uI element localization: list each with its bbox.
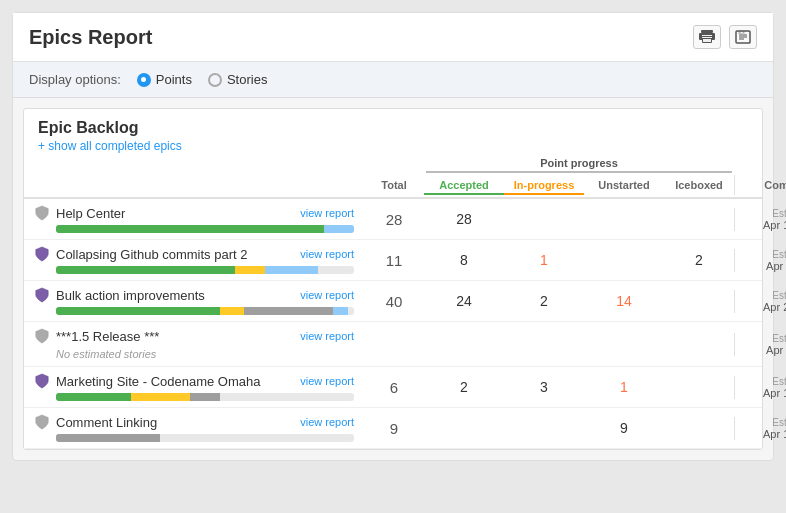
cell-accepted: 8 [424, 252, 504, 268]
page-title: Epics Report [29, 26, 152, 49]
col-total: Total [364, 175, 424, 195]
cell-in-progress: 2 [504, 293, 584, 309]
shield-purple-icon [34, 373, 50, 389]
epic-name: Comment Linking [56, 415, 157, 430]
completion-estimated-label: Estimated [739, 208, 786, 219]
main-section: Epic Backlog + show all completed epics … [23, 108, 763, 450]
svg-rect-0 [701, 30, 713, 33]
cell-iceboxed: 2 [664, 252, 734, 268]
epic-info-cell: Help Centerview report [24, 205, 364, 233]
epic-name: Bulk action improvements [56, 288, 205, 303]
progress-bar-segment [131, 393, 191, 401]
cell-in-progress: 1 [504, 252, 584, 268]
epic-name: ***1.5 Release *** [56, 329, 159, 344]
header-actions: XLS [693, 25, 757, 49]
completion-date: Apr 12, 2016 [739, 428, 786, 440]
svg-rect-5 [703, 39, 711, 42]
cell-unstarted: 14 [584, 293, 664, 309]
cell-unstarted: 9 [584, 420, 664, 436]
epic-rows: Help Centerview report2828EstimatedApr 1… [24, 199, 762, 449]
epic-info-cell: Marketing Site - Codename Omahaview repo… [24, 373, 364, 401]
epics-table: Point progress Total Accepted In-progres… [24, 153, 762, 449]
epic-name: Collapsing Github commits part 2 [56, 247, 247, 262]
epic-info-cell: Bulk action improvementsview report [24, 287, 364, 315]
epic-name: Help Center [56, 206, 125, 221]
progress-bar-segment [235, 266, 265, 274]
points-radio-circle [137, 73, 151, 87]
cell-completion: EstimatedApr 5, 2016 [734, 249, 786, 272]
col-accepted: Accepted [424, 175, 504, 195]
completion-estimated-label: Estimated [739, 376, 786, 387]
export-button[interactable]: XLS [729, 25, 757, 49]
cell-completion: EstimatedApr 12, 2016 [734, 417, 786, 440]
col-iceboxed: Iceboxed [664, 175, 734, 195]
cell-completion: EstimatedApr 26, 2016 [734, 290, 786, 313]
epic-backlog-header: Epic Backlog + show all completed epics [24, 109, 762, 153]
completion-date: Apr 12, 2016 [739, 387, 786, 399]
stories-label: Stories [227, 72, 267, 87]
shield-purple-icon [34, 246, 50, 262]
shield-gray-icon [34, 414, 50, 430]
cell-total: 6 [364, 379, 424, 396]
view-report-link[interactable]: view report [300, 207, 354, 219]
cell-accepted: 24 [424, 293, 504, 309]
cell-completion: EstimatedApr 5, 2016 [734, 333, 786, 356]
progress-bar-segment [324, 225, 354, 233]
cell-total: 28 [364, 211, 424, 228]
shield-gray-icon [34, 205, 50, 221]
table-row: Marketing Site - Codename Omahaview repo… [24, 367, 762, 408]
table-row: Collapsing Github commits part 2view rep… [24, 240, 762, 281]
progress-bar [56, 434, 354, 442]
cell-completion: EstimatedApr 12, 2016 [734, 208, 786, 231]
epic-info-cell: Collapsing Github commits part 2view rep… [24, 246, 364, 274]
view-report-link[interactable]: view report [300, 330, 354, 342]
display-options-label: Display options: [29, 72, 121, 87]
progress-bar [56, 225, 354, 233]
completion-estimated-label: Estimated [739, 290, 786, 301]
epic-backlog-title: Epic Backlog [38, 119, 748, 137]
progress-bar-segment [56, 393, 131, 401]
header: Epics Report XLS [13, 13, 773, 62]
shield-purple-icon [34, 287, 50, 303]
display-options-bar: Display options: Points Stories [13, 62, 773, 98]
cell-accepted: 2 [424, 379, 504, 395]
progress-bar [56, 307, 354, 315]
view-report-link[interactable]: view report [300, 248, 354, 260]
stories-radio[interactable]: Stories [208, 72, 267, 87]
table-row: Comment Linkingview report99EstimatedApr… [24, 408, 762, 449]
cell-completion: EstimatedApr 12, 2016 [734, 376, 786, 399]
stories-radio-circle [208, 73, 222, 87]
col-completion: Completion [734, 175, 786, 195]
epic-info-cell: Comment Linkingview report [24, 414, 364, 442]
show-completed-link[interactable]: + show all completed epics [38, 139, 182, 153]
cell-total: 9 [364, 420, 424, 437]
view-report-link[interactable]: view report [300, 289, 354, 301]
progress-bar [56, 266, 354, 274]
progress-bar-segment [56, 307, 220, 315]
epic-info-cell: ***1.5 Release ***view reportNo estimate… [24, 328, 364, 360]
page-container: Epics Report XLS [12, 12, 774, 461]
col-in-progress: In-progress [504, 175, 584, 195]
completion-estimated-label: Estimated [739, 249, 786, 260]
completion-date: Apr 26, 2016 [739, 301, 786, 313]
progress-bar-segment [56, 225, 324, 233]
table-row: Help Centerview report2828EstimatedApr 1… [24, 199, 762, 240]
print-button[interactable] [693, 25, 721, 49]
view-report-link[interactable]: view report [300, 416, 354, 428]
cell-total: 40 [364, 293, 424, 310]
progress-bar-segment [56, 434, 160, 442]
view-report-link[interactable]: view report [300, 375, 354, 387]
completion-date: Apr 5, 2016 [739, 260, 786, 272]
completion-estimated-label: Estimated [739, 333, 786, 344]
progress-bar-segment [56, 266, 235, 274]
svg-rect-3 [702, 37, 712, 38]
table-row: Bulk action improvementsview report40242… [24, 281, 762, 322]
progress-bar-segment [333, 307, 348, 315]
points-radio[interactable]: Points [137, 72, 192, 87]
progress-bar [56, 393, 354, 401]
completion-estimated-label: Estimated [739, 417, 786, 428]
table-row: ***1.5 Release ***view reportNo estimate… [24, 322, 762, 367]
cell-in-progress: 3 [504, 379, 584, 395]
cell-accepted: 28 [424, 211, 504, 227]
progress-bar-segment [220, 307, 244, 315]
